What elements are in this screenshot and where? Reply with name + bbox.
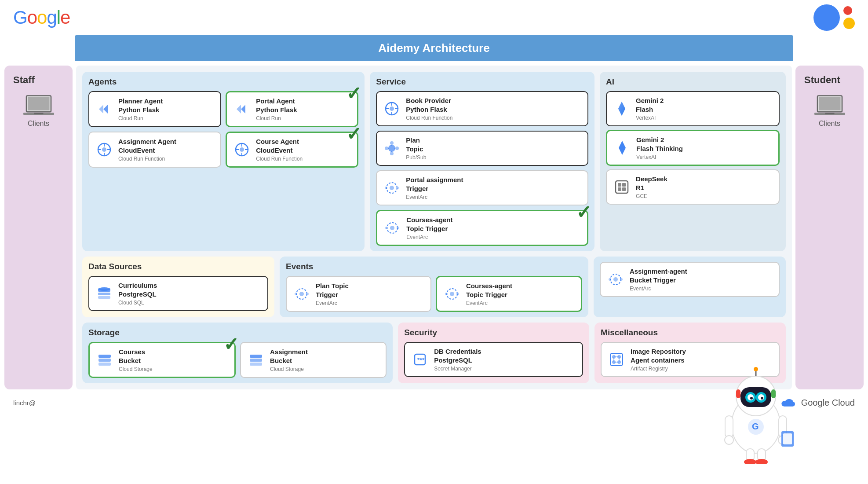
svg-point-41	[385, 227, 388, 229]
svg-rect-98	[771, 389, 776, 398]
service-title: Service	[376, 77, 588, 87]
assistant-red-dot	[843, 6, 852, 15]
gemini-flash-icon	[612, 99, 631, 118]
events-cards: Plan TopicTrigger EventArc	[286, 276, 582, 312]
card-courses-topic-trigger: ✓ Courses-agentTopic Trigger EventA	[376, 210, 588, 246]
gemini-thinking-name: Gemini 2Flash Thinking	[636, 136, 683, 153]
svg-point-36	[390, 186, 394, 190]
gemini-flash-name: Gemini 2Flash	[636, 96, 664, 114]
image-repo-sub: Artifact Registry	[631, 366, 686, 372]
deepseek-name: DeepSeekR1	[636, 175, 667, 192]
db-credentials-name: DB CredentialsPostgreSQL	[434, 347, 481, 364]
card-gemini-flash: Gemini 2Flash VertexAI	[606, 91, 780, 126]
svg-point-66	[620, 278, 623, 281]
courses-bucket-sub: Cloud Storage	[119, 366, 153, 372]
staff-client-icon: Clients	[23, 93, 54, 128]
events-title: Events	[286, 262, 582, 271]
assistant-yellow-dot	[843, 18, 855, 29]
gemini-thinking-sub: VertexAI	[636, 154, 683, 160]
service-cards: Book ProviderPython Flask Cloud Run Func…	[376, 91, 588, 246]
svg-text:G: G	[752, 422, 759, 431]
svg-point-62	[456, 293, 459, 295]
storage-cards: ✓ CoursesBucket Cloud Storage	[88, 342, 387, 378]
assignment-agent-sub: Cloud Run Function	[118, 156, 176, 162]
gemini-thinking-icon	[613, 138, 632, 158]
svg-point-27	[385, 147, 388, 150]
card-book-provider: Book ProviderPython Flask Cloud Run Func…	[376, 91, 588, 126]
svg-point-28	[395, 147, 399, 150]
assignment-bucket-sub: Cloud Storage	[270, 366, 308, 372]
security-title: Security	[404, 328, 583, 337]
svg-rect-47	[618, 183, 621, 187]
assignment-bucket-text: AssignmentBucket Cloud Storage	[270, 348, 308, 372]
planner-agent-name: Planner AgentPython Flask	[118, 97, 163, 114]
db-credentials-sub: Secret Manager	[434, 366, 481, 372]
agents-title: Agents	[88, 77, 358, 87]
card-planner-agent: Planner AgentPython Flask Cloud Run	[88, 91, 221, 127]
assignment-bucket-trigger-text: Assignment-agentBucket Trigger EventArc	[630, 267, 687, 292]
book-provider-icon	[382, 99, 401, 118]
storage-title: Storage	[88, 328, 387, 337]
svg-text:***: ***	[417, 356, 425, 363]
card-assignment-agent: Assignment AgentCloudEvent Cloud Run Fun…	[88, 132, 221, 168]
agents-cards-grid: Planner AgentPython Flask Cloud Run ✓	[88, 91, 358, 168]
curriculums-icon	[95, 284, 114, 303]
card-curriculums: CurriculumsPostgreSQL Cloud SQL	[88, 276, 268, 311]
sidebar-student: Student Clients	[795, 66, 864, 389]
assignment-bucket-icon	[246, 350, 266, 370]
svg-rect-87	[825, 113, 834, 114]
portal-agent-name: Portal AgentPython Flask	[256, 97, 297, 114]
events-panel: Events Plan TopicT	[280, 257, 588, 317]
security-panel: Security *** DB CredentialsPostgreSQL Se…	[398, 323, 589, 383]
svg-rect-97	[736, 389, 740, 398]
main-area: Staff Clients Agents	[4, 66, 864, 389]
courses-bucket-icon	[95, 350, 114, 370]
gemini-thinking-text: Gemini 2Flash Thinking VertexAI	[636, 136, 683, 160]
svg-point-37	[385, 187, 387, 189]
svg-point-60	[450, 292, 454, 296]
svg-point-56	[299, 292, 304, 296]
assignment-bucket-name: AssignmentBucket	[270, 348, 308, 365]
svg-marker-7	[241, 105, 245, 114]
image-repo-name: Image RepositoryAgent containers	[631, 347, 686, 364]
svg-point-110	[755, 459, 768, 464]
card-db-credentials: *** DB CredentialsPostgreSQL Secret Mana…	[404, 342, 583, 377]
row-1: Agents Planner AgentPython Flask Cloud	[82, 72, 786, 251]
ai-panel: AI	[600, 72, 786, 251]
agents-panel: Agents Planner AgentPython Flask Cloud	[82, 72, 365, 251]
laptop-icon	[23, 93, 54, 117]
robot-illustration: G	[712, 363, 800, 464]
svg-point-21	[390, 106, 394, 111]
sidebar-student-title: Student	[804, 74, 840, 86]
card-portal-trigger: Portal assignmentTrigger EventArc	[376, 170, 588, 205]
card-assignment-bucket: AssignmentBucket Cloud Storage	[240, 342, 387, 378]
misc-title: Miscellaneous	[601, 328, 780, 337]
svg-point-64	[613, 277, 618, 282]
course-agent-text: Course AgentCloudEvent Cloud Run Functio…	[256, 137, 303, 162]
course-agent-sub: Cloud Run Function	[256, 156, 303, 162]
planner-agent-sub: Cloud Run	[118, 115, 163, 121]
planner-agent-icon	[95, 99, 114, 119]
svg-point-96	[761, 397, 763, 400]
courses-topic-trigger-name: Courses-agentTopic Trigger	[406, 216, 452, 233]
svg-rect-48	[622, 183, 626, 187]
portal-agent-icon	[232, 99, 252, 119]
svg-rect-75	[610, 353, 623, 366]
portal-agent-text: Portal AgentPython Flask Cloud Run	[256, 97, 297, 121]
card-plan-topic: PlanTopic Pub/Sub	[376, 131, 588, 166]
svg-point-58	[306, 293, 309, 295]
portal-trigger-name: Portal assignmentTrigger	[406, 176, 463, 193]
top-bar: Google	[0, 0, 868, 31]
row-2: Data Sources CurriculumsPostgreSQL Cloud…	[82, 257, 786, 317]
service-panel: Service	[370, 72, 594, 251]
curriculums-name: CurriculumsPostgreSQL	[118, 281, 157, 298]
plan-topic-trigger-sub: EventArc	[316, 300, 349, 306]
svg-point-103	[725, 436, 733, 444]
svg-marker-4	[99, 105, 103, 114]
book-provider-name: Book ProviderPython Flask	[406, 96, 452, 114]
datasources-panel: Data Sources CurriculumsPostgreSQL Cloud…	[82, 257, 274, 317]
ai-title: AI	[606, 77, 780, 87]
book-provider-sub: Cloud Run Function	[406, 115, 452, 121]
courses-agent-event-trigger-icon	[442, 284, 462, 304]
svg-marker-5	[103, 105, 108, 114]
